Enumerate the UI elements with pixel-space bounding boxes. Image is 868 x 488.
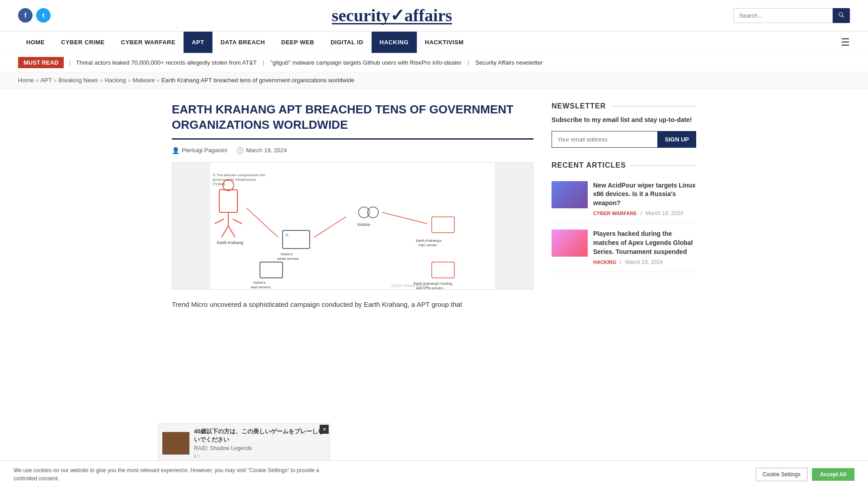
nav-cyber-warfare[interactable]: CYBER WARFARE: [113, 32, 184, 53]
svg-text:📧: 📧: [285, 233, 289, 237]
article-title: EARTH KRAHANG APT BREACHED TENS OF GOVER…: [172, 102, 533, 140]
svg-text:email servers: email servers: [277, 257, 299, 261]
search-input[interactable]: [733, 8, 833, 23]
article-meta: 👤 Pierluigi Paganini 🕐 March 19, 2024: [172, 147, 533, 154]
nav-home[interactable]: HOME: [18, 32, 53, 53]
recent-info-1: New AcidPour wiper targets Linux x86 dev…: [593, 181, 696, 217]
must-read-sep-2: |: [263, 59, 264, 66]
article-body: Trend Micro uncovered a sophisticated ca…: [172, 299, 533, 310]
recent-thumb-img-1: [552, 181, 588, 208]
article-intro: Trend Micro uncovered a sophisticated ca…: [172, 299, 533, 310]
must-read-sep-1: |: [69, 59, 71, 66]
recent-meta-2: HACKING / March 19, 2024: [593, 259, 696, 265]
hamburger-menu[interactable]: ☰: [841, 37, 850, 48]
recent-date-1: March 19, 2024: [646, 210, 683, 216]
recent-article-title-2[interactable]: Players hacked during the matches of Ape…: [593, 230, 696, 256]
must-read-badge: MUST READ: [18, 57, 64, 68]
newsletter-signup-button[interactable]: SIGN UP: [658, 131, 696, 148]
site-logo[interactable]: security✓affairs: [332, 5, 452, 25]
recent-thumb-img-2: [552, 230, 588, 257]
author-icon: 👤: [172, 147, 179, 154]
social-icons: f t: [18, 8, 51, 23]
svg-text:©2023 TREND MICRO: ©2023 TREND MICRO: [391, 284, 428, 288]
nav-hacktivism[interactable]: HACKTIVISM: [417, 32, 472, 53]
must-read-item-2[interactable]: "gitgub" malware campaign targets Github…: [270, 59, 462, 66]
nav-items: HOME CYBER CRIME CYBER WARFARE APT DATA …: [18, 32, 841, 53]
recent-sep-2: /: [620, 259, 621, 265]
must-read-bar: MUST READ | Threat actors leaked 70,000,…: [0, 53, 868, 72]
nav-digital-id[interactable]: DIGITAL ID: [322, 32, 371, 53]
breadcrumb-breaking-news[interactable]: Breaking News: [58, 77, 98, 84]
must-read-sep-3: |: [467, 59, 469, 66]
recent-cat-1: CYBER WARFARE: [593, 211, 637, 216]
top-bar: f t security✓affairs: [0, 0, 868, 31]
svg-text:web servers: web servers: [250, 285, 270, 289]
breadcrumb-sep-2: »: [54, 77, 57, 84]
breadcrumb-sep-4: »: [127, 77, 131, 84]
facebook-icon[interactable]: f: [18, 8, 33, 23]
breadcrumb-sep-1: »: [36, 77, 39, 84]
newsletter-form: SIGN UP: [552, 131, 696, 148]
sidebar-column: NEWSLETTER Subscribe to my email list an…: [552, 102, 696, 316]
svg-line-1: [842, 15, 844, 17]
recent-thumb-2: [552, 230, 588, 257]
recent-article-2: Players hacked during the matches of Ape…: [552, 223, 696, 272]
nav-hacking[interactable]: HACKING: [372, 32, 417, 53]
must-read-text: | Threat actors leaked 70,000,000+ recor…: [69, 59, 542, 66]
svg-text:Earth Krahang: Earth Krahang: [217, 240, 243, 245]
article-author: 👤 Pierluigi Paganini: [172, 147, 227, 154]
breadcrumb-home[interactable]: Home: [18, 77, 34, 84]
recent-article-1: New AcidPour wiper targets Linux x86 dev…: [552, 175, 696, 224]
svg-text:Earth Krahang's: Earth Krahang's: [416, 239, 442, 243]
breadcrumb-malware[interactable]: Malware: [132, 77, 155, 84]
svg-text:① The attacker compromises the: ① The attacker compromises the: [212, 173, 265, 177]
main-layout: EARTH KRAHANG APT BREACHED TENS OF GOVER…: [163, 89, 705, 330]
svg-text:Victim's: Victim's: [253, 281, 265, 285]
svg-text:Victim's: Victim's: [280, 252, 292, 256]
newsletter-section: NEWSLETTER Subscribe to my email list an…: [552, 102, 696, 148]
svg-point-0: [839, 12, 843, 16]
svg-text:government's infrastructure: government's infrastructure: [212, 178, 256, 182]
svg-rect-2: [210, 163, 495, 289]
article-image: Earth Krahang ① The attacker compromises…: [172, 162, 533, 290]
recent-meta-1: CYBER WARFARE / March 19, 2024: [593, 210, 696, 216]
nav-deep-web[interactable]: DEEP WEB: [273, 32, 322, 53]
search-bar: [733, 8, 850, 23]
breadcrumb-sep-3: »: [100, 77, 103, 84]
breadcrumb-apt[interactable]: APT: [40, 77, 52, 84]
article-column: EARTH KRAHANG APT BREACHED TENS OF GOVER…: [172, 102, 533, 316]
article-date: 🕐 March 19, 2024: [236, 147, 287, 154]
logo-text: security✓affairs: [332, 5, 452, 25]
recent-date-2: March 19, 2024: [625, 259, 663, 265]
clock-icon: 🕐: [236, 147, 244, 154]
newsletter-desc: Subscribe to my email list and stay up-t…: [552, 116, 696, 125]
breadcrumb-current: Earth Krahang APT breached tens of gover…: [161, 77, 354, 84]
twitter-icon[interactable]: t: [36, 8, 51, 23]
breadcrumb: Home » APT » Breaking News » Hacking » M…: [0, 72, 868, 89]
breadcrumb-sep-5: »: [156, 77, 160, 84]
newsletter-title: NEWSLETTER: [552, 102, 696, 110]
must-read-item-1[interactable]: Threat actors leaked 70,000,000+ records…: [76, 59, 257, 66]
search-button[interactable]: [833, 8, 850, 23]
recent-sep-1: /: [641, 210, 642, 216]
recent-cat-2: HACKING: [593, 259, 616, 265]
nav-cyber-crime[interactable]: CYBER CRIME: [53, 32, 113, 53]
nav-apt[interactable]: APT: [184, 32, 212, 53]
recent-thumb-1: [552, 181, 588, 208]
breadcrumb-hacking[interactable]: Hacking: [104, 77, 126, 84]
recent-info-2: Players hacked during the matches of Ape…: [593, 230, 696, 265]
svg-text:(T1584): (T1584): [212, 182, 225, 186]
svg-text:C&C server: C&C server: [418, 243, 437, 247]
newsletter-email-input[interactable]: [552, 131, 658, 148]
recent-articles-title: RECENT ARTICLES: [552, 161, 696, 169]
svg-text:Victims: Victims: [357, 222, 370, 227]
must-read-item-3[interactable]: Security Affairs newsletter: [475, 59, 542, 66]
main-nav: HOME CYBER CRIME CYBER WARFARE APT DATA …: [0, 31, 868, 53]
recent-articles-section: RECENT ARTICLES New AcidPour wiper targe…: [552, 161, 696, 272]
recent-article-title-1[interactable]: New AcidPour wiper targets Linux x86 dev…: [593, 181, 696, 208]
nav-data-breach[interactable]: DATA BREACH: [212, 32, 273, 53]
apt-diagram-svg: Earth Krahang ① The attacker compromises…: [172, 163, 533, 289]
